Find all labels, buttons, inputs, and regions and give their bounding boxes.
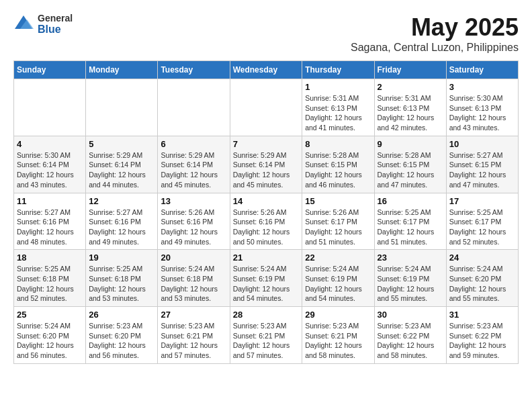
calendar-day-11: 11Sunrise: 5:27 AM Sunset: 6:16 PM Dayli… xyxy=(14,193,86,250)
day-number: 3 xyxy=(449,82,515,92)
calendar-day-30: 30Sunrise: 5:23 AM Sunset: 6:22 PM Dayli… xyxy=(374,307,446,364)
day-info: Sunrise: 5:27 AM Sunset: 6:15 PM Dayligh… xyxy=(449,150,515,190)
calendar-day-18: 18Sunrise: 5:25 AM Sunset: 6:18 PM Dayli… xyxy=(14,250,86,307)
calendar-day-26: 26Sunrise: 5:23 AM Sunset: 6:20 PM Dayli… xyxy=(86,307,158,364)
calendar-day-29: 29Sunrise: 5:23 AM Sunset: 6:21 PM Dayli… xyxy=(302,307,374,364)
day-info: Sunrise: 5:25 AM Sunset: 6:17 PM Dayligh… xyxy=(449,208,515,247)
day-info: Sunrise: 5:25 AM Sunset: 6:17 PM Dayligh… xyxy=(378,208,443,247)
calendar-day-4: 4Sunrise: 5:30 AM Sunset: 6:14 PM Daylig… xyxy=(14,136,86,193)
calendar-day-15: 15Sunrise: 5:26 AM Sunset: 6:17 PM Dayli… xyxy=(302,193,374,250)
day-info: Sunrise: 5:24 AM Sunset: 6:20 PM Dayligh… xyxy=(449,264,515,304)
logo-icon xyxy=(13,14,34,34)
day-number: 23 xyxy=(378,253,443,263)
day-info: Sunrise: 5:25 AM Sunset: 6:18 PM Dayligh… xyxy=(89,264,154,304)
day-info: Sunrise: 5:29 AM Sunset: 6:14 PM Dayligh… xyxy=(233,150,300,190)
calendar-day-19: 19Sunrise: 5:25 AM Sunset: 6:18 PM Dayli… xyxy=(86,250,158,307)
calendar-day-21: 21Sunrise: 5:24 AM Sunset: 6:19 PM Dayli… xyxy=(230,250,302,307)
calendar-week-3: 11Sunrise: 5:27 AM Sunset: 6:16 PM Dayli… xyxy=(14,193,519,250)
day-number: 28 xyxy=(233,310,300,320)
calendar-day-5: 5Sunrise: 5:29 AM Sunset: 6:14 PM Daylig… xyxy=(86,136,158,193)
day-number: 8 xyxy=(305,139,371,149)
empty-cell xyxy=(86,79,158,136)
day-number: 13 xyxy=(161,196,226,206)
calendar-week-5: 25Sunrise: 5:24 AM Sunset: 6:20 PM Dayli… xyxy=(14,307,519,364)
calendar-day-10: 10Sunrise: 5:27 AM Sunset: 6:15 PM Dayli… xyxy=(446,136,518,193)
calendar-day-6: 6Sunrise: 5:29 AM Sunset: 6:14 PM Daylig… xyxy=(158,136,230,193)
calendar-day-16: 16Sunrise: 5:25 AM Sunset: 6:17 PM Dayli… xyxy=(374,193,446,250)
day-info: Sunrise: 5:31 AM Sunset: 6:13 PM Dayligh… xyxy=(378,93,443,133)
day-number: 19 xyxy=(89,253,154,263)
day-info: Sunrise: 5:23 AM Sunset: 6:21 PM Dayligh… xyxy=(233,321,300,361)
calendar-header-row: SundayMondayTuesdayWednesdayThursdayFrid… xyxy=(14,61,519,79)
day-info: Sunrise: 5:30 AM Sunset: 6:13 PM Dayligh… xyxy=(449,93,515,133)
day-number: 24 xyxy=(449,253,515,263)
header-saturday: Saturday xyxy=(446,61,518,79)
day-info: Sunrise: 5:24 AM Sunset: 6:19 PM Dayligh… xyxy=(233,264,300,304)
day-number: 5 xyxy=(89,139,154,149)
calendar-day-2: 2Sunrise: 5:31 AM Sunset: 6:13 PM Daylig… xyxy=(374,79,446,136)
calendar-table: SundayMondayTuesdayWednesdayThursdayFrid… xyxy=(13,60,519,364)
day-info: Sunrise: 5:23 AM Sunset: 6:21 PM Dayligh… xyxy=(305,321,371,361)
empty-cell xyxy=(14,79,86,136)
day-number: 14 xyxy=(233,196,300,206)
header-sunday: Sunday xyxy=(14,61,86,79)
day-info: Sunrise: 5:28 AM Sunset: 6:15 PM Dayligh… xyxy=(378,150,443,190)
day-number: 17 xyxy=(449,196,515,206)
day-number: 9 xyxy=(378,139,443,149)
day-info: Sunrise: 5:26 AM Sunset: 6:16 PM Dayligh… xyxy=(233,208,300,247)
day-number: 15 xyxy=(305,196,371,206)
logo-blue: Blue xyxy=(38,24,73,36)
header-friday: Friday xyxy=(374,61,446,79)
calendar-day-9: 9Sunrise: 5:28 AM Sunset: 6:15 PM Daylig… xyxy=(374,136,446,193)
calendar-day-25: 25Sunrise: 5:24 AM Sunset: 6:20 PM Dayli… xyxy=(14,307,86,364)
day-number: 11 xyxy=(17,196,83,206)
logo-text: General Blue xyxy=(38,13,73,36)
calendar-day-14: 14Sunrise: 5:26 AM Sunset: 6:16 PM Dayli… xyxy=(230,193,302,250)
day-number: 1 xyxy=(305,82,371,92)
calendar-day-8: 8Sunrise: 5:28 AM Sunset: 6:15 PM Daylig… xyxy=(302,136,374,193)
day-info: Sunrise: 5:26 AM Sunset: 6:17 PM Dayligh… xyxy=(305,208,371,247)
day-number: 4 xyxy=(17,139,83,149)
day-number: 2 xyxy=(378,82,443,92)
page-subtitle: Sagana, Central Luzon, Philippines xyxy=(351,42,519,54)
day-number: 22 xyxy=(305,253,371,263)
calendar-day-17: 17Sunrise: 5:25 AM Sunset: 6:17 PM Dayli… xyxy=(446,193,518,250)
calendar-week-1: 1Sunrise: 5:31 AM Sunset: 6:13 PM Daylig… xyxy=(14,79,519,136)
day-info: Sunrise: 5:23 AM Sunset: 6:22 PM Dayligh… xyxy=(449,321,515,361)
day-number: 25 xyxy=(17,310,83,320)
page-title: May 2025 xyxy=(351,13,519,42)
logo: General Blue xyxy=(13,13,73,36)
title-block: May 2025 Sagana, Central Luzon, Philippi… xyxy=(351,13,519,54)
calendar-day-23: 23Sunrise: 5:24 AM Sunset: 6:19 PM Dayli… xyxy=(374,250,446,307)
day-info: Sunrise: 5:24 AM Sunset: 6:19 PM Dayligh… xyxy=(378,264,443,304)
day-number: 6 xyxy=(161,139,226,149)
calendar-day-20: 20Sunrise: 5:24 AM Sunset: 6:18 PM Dayli… xyxy=(158,250,230,307)
day-info: Sunrise: 5:27 AM Sunset: 6:16 PM Dayligh… xyxy=(17,208,83,247)
day-info: Sunrise: 5:24 AM Sunset: 6:20 PM Dayligh… xyxy=(17,321,83,361)
calendar-day-1: 1Sunrise: 5:31 AM Sunset: 6:13 PM Daylig… xyxy=(302,79,374,136)
day-info: Sunrise: 5:28 AM Sunset: 6:15 PM Dayligh… xyxy=(305,150,371,190)
header-wednesday: Wednesday xyxy=(230,61,302,79)
calendar-day-7: 7Sunrise: 5:29 AM Sunset: 6:14 PM Daylig… xyxy=(230,136,302,193)
logo-general: General xyxy=(38,13,73,24)
day-info: Sunrise: 5:24 AM Sunset: 6:18 PM Dayligh… xyxy=(161,264,226,304)
day-number: 16 xyxy=(378,196,443,206)
calendar-day-27: 27Sunrise: 5:23 AM Sunset: 6:21 PM Dayli… xyxy=(158,307,230,364)
day-info: Sunrise: 5:23 AM Sunset: 6:21 PM Dayligh… xyxy=(161,321,226,361)
header-thursday: Thursday xyxy=(302,61,374,79)
calendar-day-31: 31Sunrise: 5:23 AM Sunset: 6:22 PM Dayli… xyxy=(446,307,518,364)
day-number: 20 xyxy=(161,253,226,263)
day-number: 21 xyxy=(233,253,300,263)
calendar-day-13: 13Sunrise: 5:26 AM Sunset: 6:16 PM Dayli… xyxy=(158,193,230,250)
calendar-day-3: 3Sunrise: 5:30 AM Sunset: 6:13 PM Daylig… xyxy=(446,79,518,136)
day-info: Sunrise: 5:29 AM Sunset: 6:14 PM Dayligh… xyxy=(89,150,154,190)
header-monday: Monday xyxy=(86,61,158,79)
day-number: 18 xyxy=(17,253,83,263)
calendar-day-24: 24Sunrise: 5:24 AM Sunset: 6:20 PM Dayli… xyxy=(446,250,518,307)
day-info: Sunrise: 5:27 AM Sunset: 6:16 PM Dayligh… xyxy=(89,208,154,247)
day-info: Sunrise: 5:31 AM Sunset: 6:13 PM Dayligh… xyxy=(305,93,371,133)
day-info: Sunrise: 5:29 AM Sunset: 6:14 PM Dayligh… xyxy=(161,150,226,190)
day-info: Sunrise: 5:24 AM Sunset: 6:19 PM Dayligh… xyxy=(305,264,371,304)
day-number: 31 xyxy=(449,310,515,320)
calendar-day-28: 28Sunrise: 5:23 AM Sunset: 6:21 PM Dayli… xyxy=(230,307,302,364)
